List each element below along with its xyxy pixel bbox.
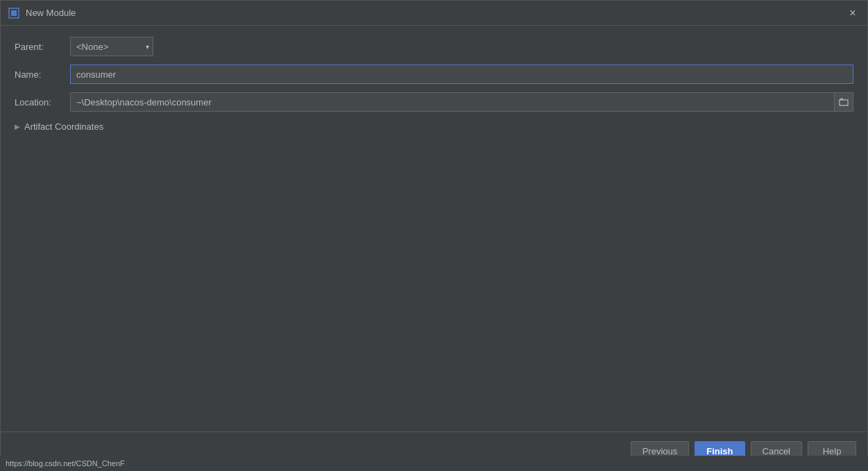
name-input[interactable] [70, 65, 853, 84]
parent-field: <None> ▾ [70, 37, 853, 56]
location-input[interactable] [70, 92, 834, 112]
name-row: Name: [15, 65, 853, 84]
status-url: https://blog.csdn.net/CSDN_ChenF [6, 459, 125, 468]
dialog-content: Parent: <None> ▾ Name: Location: [1, 26, 867, 431]
parent-select[interactable]: <None> [70, 37, 153, 56]
location-row: Location: [15, 92, 853, 112]
dialog-title: New Module [26, 8, 76, 18]
svg-rect-1 [11, 10, 17, 16]
location-label: Location: [15, 97, 70, 108]
dialog-titlebar: New Module × [1, 1, 867, 26]
close-button[interactable]: × [845, 6, 860, 21]
parent-label: Parent: [15, 42, 70, 52]
name-label: Name: [15, 69, 70, 80]
svg-rect-2 [840, 100, 848, 105]
artifact-section: ▶ Artifact Coordinates [15, 120, 853, 133]
artifact-label: Artifact Coordinates [24, 121, 103, 132]
artifact-header[interactable]: ▶ Artifact Coordinates [15, 120, 853, 133]
new-module-dialog: New Module × Parent: <None> ▾ Name: [0, 0, 868, 471]
name-field [70, 65, 853, 84]
parent-row: Parent: <None> ▾ [15, 37, 853, 56]
browse-button[interactable] [834, 92, 853, 112]
location-field [70, 92, 853, 112]
parent-select-wrapper: <None> ▾ [70, 37, 153, 56]
status-bar: https://blog.csdn.net/CSDN_ChenF [0, 456, 868, 471]
titlebar-left: New Module [8, 7, 76, 19]
location-wrapper [70, 92, 853, 112]
artifact-chevron-icon: ▶ [15, 123, 20, 130]
module-icon [8, 7, 20, 19]
